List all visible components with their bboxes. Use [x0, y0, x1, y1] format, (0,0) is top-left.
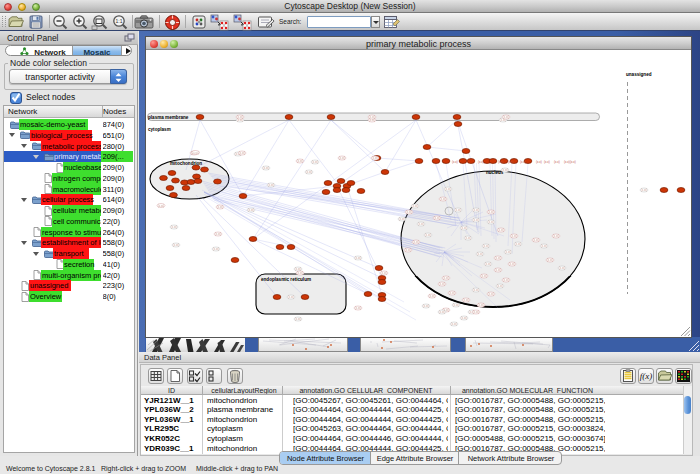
svg-text:(x.xx): (x.xx) — [485, 262, 491, 266]
svg-text:(x.xx): (x.xx) — [339, 156, 345, 160]
svg-text:(x.xx): (x.xx) — [443, 276, 449, 280]
svg-text:(x.xx): (x.xx) — [215, 232, 221, 236]
svg-text:(x.xx): (x.xx) — [295, 317, 301, 321]
svg-text:(x.xx): (x.xx) — [461, 226, 467, 230]
svg-text:(x.xx): (x.xx) — [425, 233, 431, 237]
svg-text:(x.xx): (x.xx) — [481, 274, 487, 278]
svg-text:(x.xx): (x.xx) — [312, 160, 318, 164]
svg-text:(x.xx): (x.xx) — [477, 252, 483, 256]
svg-text:(x.xx): (x.xx) — [213, 247, 219, 251]
svg-text:(x.xx): (x.xx) — [483, 244, 489, 248]
svg-text:(x.xx): (x.xx) — [439, 282, 445, 286]
svg-text:(x.xx): (x.xx) — [369, 115, 375, 119]
svg-text:(x.xx): (x.xx) — [306, 170, 312, 174]
svg-text:(x.xx): (x.xx) — [158, 204, 164, 208]
svg-text:(x.xx): (x.xx) — [451, 322, 457, 326]
svg-text:(x.xx): (x.xx) — [488, 220, 494, 224]
svg-text:(x.xx): (x.xx) — [372, 156, 378, 160]
svg-text:(x.xx): (x.xx) — [465, 236, 471, 240]
svg-text:(x.x): (x.x) — [536, 160, 542, 164]
svg-text:(x.xx): (x.xx) — [434, 216, 440, 220]
svg-text:(x.xx): (x.xx) — [541, 244, 547, 248]
svg-text:1:1: 1:1 — [116, 18, 123, 24]
svg-text:(x.xx): (x.xx) — [423, 304, 429, 308]
svg-text:(x.xx): (x.xx) — [429, 294, 435, 298]
svg-text:(x.xx): (x.xx) — [461, 316, 467, 320]
svg-text:(x.x): (x.x) — [554, 160, 560, 164]
svg-text:(x.xx): (x.xx) — [533, 238, 539, 242]
svg-text:(x.xx): (x.xx) — [439, 310, 445, 314]
svg-text:(x.xx): (x.xx) — [473, 208, 479, 212]
svg-text:(x.xx): (x.xx) — [192, 151, 198, 155]
svg-text:(x.xx): (x.xx) — [405, 248, 411, 252]
svg-text:(x.xx): (x.xx) — [297, 271, 303, 275]
svg-text:(x.xx): (x.xx) — [553, 234, 559, 238]
svg-text:(x.xx): (x.xx) — [497, 284, 503, 288]
svg-text:(x.xx): (x.xx) — [511, 234, 517, 238]
svg-text:(x.xx): (x.xx) — [488, 292, 494, 296]
svg-text:(x.xx): (x.xx) — [399, 217, 405, 221]
svg-text:(x.x): (x.x) — [570, 160, 576, 164]
svg-text:(x.xx): (x.xx) — [381, 271, 387, 275]
svg-text:(x.xx): (x.xx) — [239, 151, 245, 155]
svg-text:(x.xx): (x.xx) — [473, 288, 479, 292]
svg-text:(x.xx): (x.xx) — [473, 310, 479, 314]
svg-text:(x.xx): (x.xx) — [295, 267, 301, 271]
svg-text:(x.xx): (x.xx) — [445, 187, 451, 191]
svg-text:(x.x): (x.x) — [498, 160, 504, 164]
svg-text:plasma membrane: plasma membrane — [148, 115, 189, 120]
svg-text:(x.xx): (x.xx) — [171, 225, 177, 229]
svg-text:(x.xx): (x.xx) — [503, 115, 509, 119]
svg-text:(x.x): (x.x) — [520, 160, 526, 164]
svg-text:(x.xx): (x.xx) — [355, 256, 361, 260]
svg-text:(x.xx): (x.xx) — [288, 295, 294, 299]
svg-text:(x.x): (x.x) — [478, 160, 484, 164]
svg-text:(x.xx): (x.xx) — [547, 258, 553, 262]
svg-text:(x.xx): (x.xx) — [478, 303, 484, 307]
svg-text:(x.xx): (x.xx) — [559, 266, 565, 270]
svg-text:(x.xx): (x.xx) — [455, 208, 461, 212]
svg-text:(x.xx): (x.xx) — [502, 168, 508, 172]
svg-text:(x.xx): (x.xx) — [505, 250, 511, 254]
svg-text:(x.xx): (x.xx) — [237, 115, 243, 119]
svg-text:(x.x): (x.x) — [452, 160, 458, 164]
svg-text:(x.xx): (x.xx) — [495, 256, 501, 260]
svg-text:(x.xx): (x.xx) — [515, 242, 521, 246]
svg-text:(x.xx): (x.xx) — [463, 298, 469, 302]
svg-text:(x.x): (x.x) — [508, 160, 514, 164]
svg-text:(x.xx): (x.xx) — [406, 210, 412, 214]
svg-text:(x.x): (x.x) — [564, 160, 570, 164]
svg-text:(x.xx): (x.xx) — [495, 268, 501, 272]
svg-text:unassigned: unassigned — [626, 72, 652, 77]
svg-text:(x.xx): (x.xx) — [509, 262, 515, 266]
svg-text:(x.xx): (x.xx) — [440, 197, 446, 201]
svg-text:(x.xx): (x.xx) — [498, 228, 504, 232]
svg-text:(x.xx): (x.xx) — [268, 183, 274, 187]
svg-text:(x.xx): (x.xx) — [217, 205, 223, 209]
svg-text:(x.xx): (x.xx) — [418, 222, 424, 226]
svg-text:(x.xx): (x.xx) — [413, 240, 419, 244]
svg-text:(x.xx): (x.xx) — [173, 243, 179, 247]
svg-text:(x.xx): (x.xx) — [412, 204, 418, 208]
svg-text:(x.xx): (x.xx) — [453, 303, 459, 307]
svg-text:f(x): f(x) — [640, 371, 653, 381]
svg-text:(x.xx): (x.xx) — [473, 218, 479, 222]
svg-text:(x.xx): (x.xx) — [297, 159, 303, 163]
svg-text:cytoplasm: cytoplasm — [148, 127, 171, 132]
svg-text:(x.x): (x.x) — [544, 160, 550, 164]
svg-text:(x.xx): (x.xx) — [263, 166, 269, 170]
svg-text:endoplasmic reticulum: endoplasmic reticulum — [261, 277, 311, 282]
svg-text:(x.xx): (x.xx) — [503, 278, 509, 282]
svg-text:(x.xx): (x.xx) — [641, 188, 647, 192]
svg-text:(x.xx): (x.xx) — [355, 306, 361, 310]
svg-text:(x.xx): (x.xx) — [488, 210, 494, 214]
svg-text:(x.xx): (x.xx) — [449, 291, 455, 295]
svg-text:(x.xx): (x.xx) — [248, 208, 254, 212]
